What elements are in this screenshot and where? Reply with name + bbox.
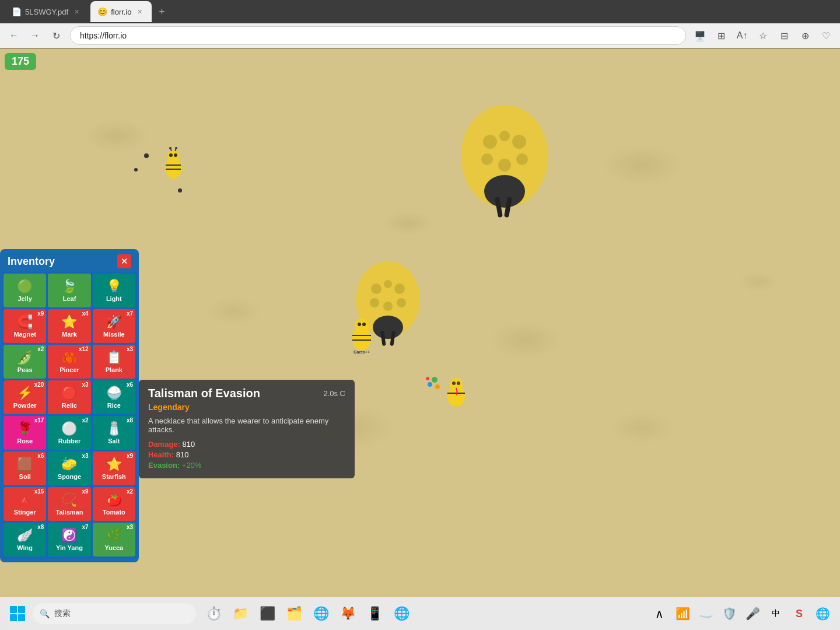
ground-dot xyxy=(134,168,138,172)
inv-item-magnet[interactable]: x9 🧲 Magnet xyxy=(4,309,46,343)
svg-point-1 xyxy=(484,175,525,208)
inventory-grid: 🟢 Jelly 🍃 Leaf 💡 Light x9 🧲 Magnet x4 ⭐ … xyxy=(2,272,137,558)
inv-item-starfish[interactable]: x9 ⭐ Starfish xyxy=(93,452,135,485)
taskbar-folder[interactable]: 🗂️ xyxy=(281,601,307,626)
bee-character-mid: Gacto++ xyxy=(344,314,379,355)
tooltip-stat-evasion: Evasion: +20% xyxy=(148,461,345,470)
inv-item-powder[interactable]: x20 ⚡ Powder xyxy=(4,380,46,414)
svg-point-35 xyxy=(362,323,366,326)
inv-item-soil[interactable]: x6 🟫 Soil xyxy=(4,452,46,485)
taskbar-browser-chrome[interactable]: 🌐 xyxy=(308,601,334,626)
inventory-header: Inventory ✕ xyxy=(2,251,137,272)
svg-point-24 xyxy=(169,153,173,157)
svg-point-23 xyxy=(167,150,179,162)
split-icon[interactable]: ⊟ xyxy=(777,29,791,43)
search-icon: 🔍 xyxy=(40,609,50,618)
new-tab-button[interactable]: + xyxy=(154,4,170,20)
inv-item-tomato[interactable]: x2 🍅 Tomato xyxy=(93,487,135,521)
inv-item-talisman[interactable]: x9 📿 Talisman xyxy=(48,487,90,521)
tooltip-stat-health: Health: 810 xyxy=(148,450,345,459)
inv-item-sponge[interactable]: x3 🧽 Sponge xyxy=(48,452,90,485)
forward-icon[interactable]: → xyxy=(28,29,42,43)
inv-item-rose[interactable]: x17 🌹 Rose xyxy=(4,416,46,450)
inv-item-rice[interactable]: x6 🍚 Rice xyxy=(93,380,135,414)
profile-icon[interactable]: ♡ xyxy=(819,29,833,43)
svg-point-18 xyxy=(384,280,392,288)
inv-item-rubber[interactable]: x2 ⚪ Rubber xyxy=(48,416,90,450)
refresh-icon[interactable]: ↻ xyxy=(49,29,63,43)
svg-point-17 xyxy=(397,298,406,307)
taskbar-show-hidden[interactable]: ∧ xyxy=(649,603,670,624)
favorite-icon[interactable]: ☆ xyxy=(756,29,770,43)
svg-point-6 xyxy=(481,153,493,165)
ladybug-large xyxy=(455,101,554,218)
taskbar-edge-blue[interactable]: 🌐 xyxy=(388,601,414,626)
inv-item-yin-yang[interactable]: x7 ☯️ Yin Yang xyxy=(48,523,90,556)
taskbar-search[interactable]: 🔍 搜索 xyxy=(33,603,196,624)
taskbar-phone[interactable]: 📱 xyxy=(362,601,387,626)
tab-game-close[interactable]: ✕ xyxy=(135,7,145,16)
inv-item-stinger[interactable]: x15 🔺 Stinger xyxy=(4,487,46,521)
tab-pdf-close[interactable]: ✕ xyxy=(72,7,81,16)
inv-item-plank[interactable]: x3 📋 Plank xyxy=(93,345,135,379)
taskbar-terminal[interactable]: ⬛ xyxy=(254,601,280,626)
inv-item-yucca[interactable]: x3 🌿 Yucca xyxy=(93,523,135,556)
back-icon[interactable]: ← xyxy=(7,29,21,43)
inv-item-peas[interactable]: x2 🫛 Peas xyxy=(4,345,46,379)
inv-item-missile[interactable]: x7 🚀 Missile xyxy=(93,309,135,343)
inv-item-wing[interactable]: x8 🪽 Wing xyxy=(4,523,46,556)
svg-point-8 xyxy=(499,131,510,141)
tooltip-header: Talisman of Evasion 2.0s C xyxy=(148,387,345,400)
taskbar-wifi[interactable]: 📶 xyxy=(672,603,693,624)
grid-icon[interactable]: ⊞ xyxy=(714,29,728,43)
svg-point-33 xyxy=(355,318,369,332)
svg-point-5 xyxy=(512,135,526,149)
taskbar: 🔍 搜索 ⏱️ 📁 ⬛ 🗂️ 🌐 🦊 📱 🌐 ∧ 📶 ☁️ 🛡️ 🎤 中 S 🌐 xyxy=(0,597,840,630)
start-button[interactable] xyxy=(7,603,28,624)
read-icon[interactable]: A↑ xyxy=(735,29,749,43)
item-tooltip: Talisman of Evasion 2.0s C Legendary A n… xyxy=(139,380,355,478)
taskbar-files[interactable]: 📁 xyxy=(228,601,253,626)
taskbar-wps[interactable]: S xyxy=(789,603,810,624)
svg-point-43 xyxy=(428,382,432,387)
inv-item-salt[interactable]: x8 🧂 Salt xyxy=(93,416,135,450)
tab-pdf[interactable]: 📄 5LSWGY.pdf ✕ xyxy=(5,1,88,22)
tab-bar: 📄 5LSWGY.pdf ✕ 😊 florr.io ✕ + xyxy=(0,0,840,23)
taskbar-security[interactable]: 🛡️ xyxy=(719,603,740,624)
taskbar-onedrive[interactable]: ☁️ xyxy=(695,603,716,624)
svg-point-15 xyxy=(394,284,405,294)
inventory-close-button[interactable]: ✕ xyxy=(117,254,131,268)
inv-item-light[interactable]: 💡 Light xyxy=(93,274,135,307)
inv-item-jelly[interactable]: 🟢 Jelly xyxy=(4,274,46,307)
game-area[interactable]: 175 xyxy=(0,48,840,598)
inv-item-leaf[interactable]: 🍃 Leaf xyxy=(48,274,90,307)
bee-character-top xyxy=(159,148,188,183)
taskbar-mic[interactable]: 🎤 xyxy=(742,603,763,624)
inv-item-mark[interactable]: x4 ⭐ Mark xyxy=(48,309,90,343)
tab-game[interactable]: 😊 florr.io ✕ xyxy=(90,1,151,22)
tooltip-rarity: Legendary xyxy=(148,402,345,412)
game-favicon: 😊 xyxy=(97,7,107,16)
inv-item-pincer[interactable]: x12 🦀 Pincer xyxy=(48,345,90,379)
tooltip-cooldown: 2.0s C xyxy=(323,389,345,398)
svg-point-29 xyxy=(175,147,177,149)
download-icon[interactable]: ⊕ xyxy=(798,29,812,43)
score-badge: 175 xyxy=(5,53,36,70)
address-input[interactable]: https://florr.io xyxy=(70,26,686,45)
inventory-panel: Inventory ✕ 🟢 Jelly 🍃 Leaf 💡 Light x9 🧲 … xyxy=(0,249,139,562)
windows-icon xyxy=(9,606,26,622)
svg-point-41 xyxy=(457,382,460,385)
svg-point-19 xyxy=(383,302,393,311)
inventory-title: Inventory xyxy=(8,256,55,268)
taskbar-lang[interactable]: 中 xyxy=(765,603,786,624)
svg-point-9 xyxy=(498,159,511,172)
taskbar-edge[interactable]: 🦊 xyxy=(335,601,360,626)
taskbar-timer[interactable]: ⏱️ xyxy=(201,601,226,626)
svg-point-40 xyxy=(452,382,456,385)
inv-item-relic[interactable]: x3 🔴 Relic xyxy=(48,380,90,414)
taskbar-apps: ⏱️ 📁 ⬛ 🗂️ 🌐 🦊 📱 🌐 xyxy=(201,601,414,626)
taskbar-network[interactable]: 🌐 xyxy=(812,603,833,624)
tab-pdf-title: 5LSWGY.pdf xyxy=(25,8,68,16)
screenshare-icon[interactable]: 🖥️ xyxy=(693,29,707,43)
svg-point-45 xyxy=(426,377,429,380)
